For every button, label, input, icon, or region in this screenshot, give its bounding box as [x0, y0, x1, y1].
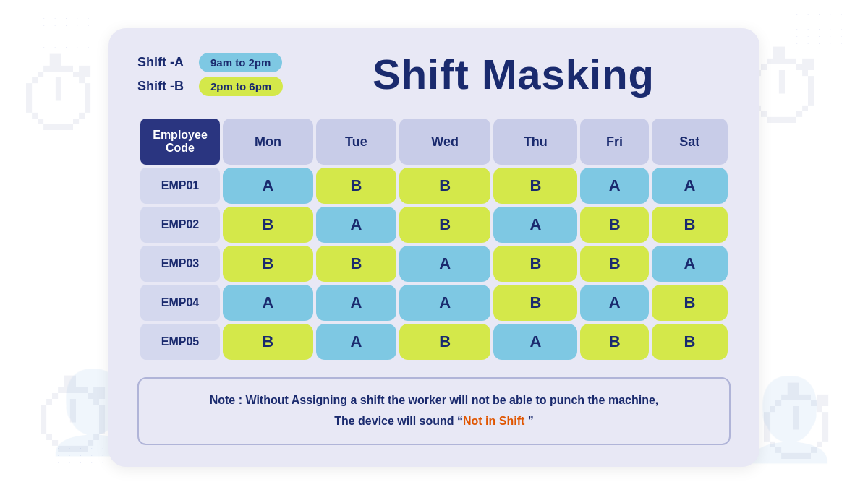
- day-header-sat: Sat: [652, 119, 728, 165]
- shift-cell-emp02-day4: B: [580, 207, 648, 243]
- shift-cell-emp05-day2: B: [399, 324, 490, 360]
- shift-cell-emp05-day4: B: [580, 324, 648, 360]
- shift-cell-emp05-day5: B: [652, 324, 728, 360]
- page-title: Shift Masking: [373, 51, 655, 98]
- shift-cell-emp02-day2: B: [399, 207, 490, 243]
- shift-cell-emp01-day4: A: [580, 168, 648, 204]
- shift-b-row: Shift -B 2pm to 6pm: [137, 77, 297, 96]
- table-row: EMP03BBABBA: [140, 246, 728, 282]
- shift-cell-emp03-day5: A: [652, 246, 728, 282]
- shift-cell-emp03-day3: B: [493, 246, 577, 282]
- employee-code-header: Employee Code: [140, 119, 220, 165]
- shift-cell-emp01-day0: A: [223, 168, 313, 204]
- shift-cell-emp03-day4: B: [580, 246, 648, 282]
- day-header-mon: Mon: [223, 119, 313, 165]
- title-section: Shift Masking: [297, 50, 731, 98]
- table-row: EMP01ABBBAA: [140, 168, 728, 204]
- shift-a-label: Shift -A: [137, 55, 192, 70]
- table-row: EMP05BABABB: [140, 324, 728, 360]
- emp-cell-emp04: EMP04: [140, 285, 220, 321]
- shift-cell-emp02-day3: A: [493, 207, 577, 243]
- shift-cell-emp05-day0: B: [223, 324, 313, 360]
- shift-cell-emp01-day1: B: [316, 168, 396, 204]
- shift-b-badge: 2pm to 6pm: [199, 77, 283, 96]
- shift-a-badge: 9am to 2pm: [199, 53, 282, 72]
- emp-cell-emp03: EMP03: [140, 246, 220, 282]
- clock-bg-tl: ⏱: [14, 43, 109, 152]
- table-row: EMP04AAABAB: [140, 285, 728, 321]
- shift-cell-emp05-day1: A: [316, 324, 396, 360]
- day-header-wed: Wed: [399, 119, 490, 165]
- shift-cell-emp04-day3: B: [493, 285, 577, 321]
- shift-cell-emp04-day2: A: [399, 285, 490, 321]
- shift-a-row: Shift -A 9am to 2pm: [137, 53, 297, 72]
- note-text-line2-before: The device will sound “: [334, 415, 463, 427]
- shift-b-label: Shift -B: [137, 79, 192, 94]
- shift-cell-emp04-day0: A: [223, 285, 313, 321]
- shift-cell-emp03-day0: B: [223, 246, 313, 282]
- schedule-table: Employee Code Mon Tue Wed Thu Fri Sat EM…: [137, 116, 731, 363]
- note-text-line2-after: ”: [524, 415, 533, 427]
- shift-cell-emp05-day3: A: [493, 324, 577, 360]
- shift-cell-emp02-day5: B: [652, 207, 728, 243]
- emp-cell-emp05: EMP05: [140, 324, 220, 360]
- main-card: Shift -A 9am to 2pm Shift -B 2pm to 6pm …: [109, 28, 760, 467]
- table-header-row: Employee Code Mon Tue Wed Thu Fri Sat: [140, 119, 728, 165]
- shift-cell-emp04-day5: B: [652, 285, 728, 321]
- table-row: EMP02BABABB: [140, 207, 728, 243]
- header-section: Shift -A 9am to 2pm Shift -B 2pm to 6pm …: [137, 50, 731, 98]
- shift-cell-emp02-day1: A: [316, 207, 396, 243]
- emp-cell-emp02: EMP02: [140, 207, 220, 243]
- shift-cell-emp03-day1: B: [316, 246, 396, 282]
- day-header-fri: Fri: [580, 119, 648, 165]
- day-header-thu: Thu: [493, 119, 577, 165]
- shift-cell-emp04-day1: A: [316, 285, 396, 321]
- note-card: Note : Without Assigning a shift the wor…: [137, 377, 731, 445]
- shift-cell-emp02-day0: B: [223, 207, 313, 243]
- note-text-line1: Note : Without Assigning a shift the wor…: [210, 394, 659, 406]
- shift-cell-emp01-day3: B: [493, 168, 577, 204]
- day-header-tue: Tue: [316, 119, 396, 165]
- not-in-shift-text: Not in Shift: [463, 415, 524, 427]
- emp-cell-emp01: EMP01: [140, 168, 220, 204]
- shift-cell-emp01-day5: A: [652, 168, 728, 204]
- shift-cell-emp01-day2: B: [399, 168, 490, 204]
- shift-cell-emp03-day2: A: [399, 246, 490, 282]
- shift-info: Shift -A 9am to 2pm Shift -B 2pm to 6pm: [137, 53, 297, 96]
- shift-cell-emp04-day4: A: [580, 285, 648, 321]
